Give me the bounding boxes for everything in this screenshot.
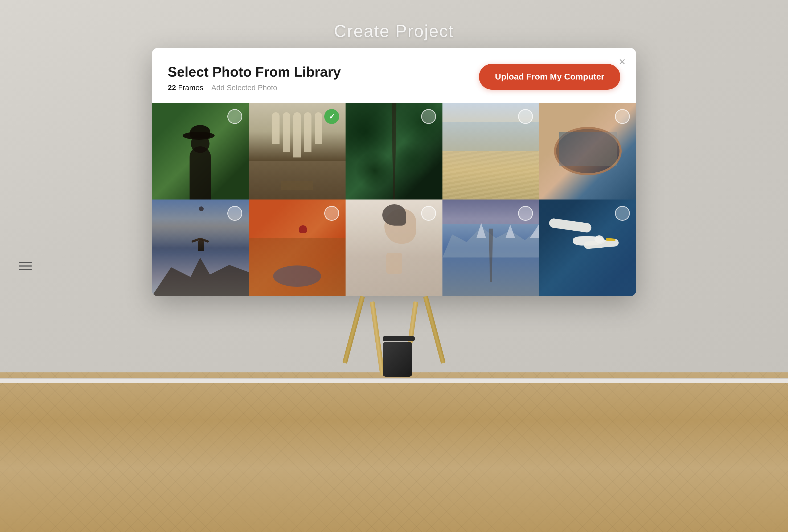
valley-road: [488, 228, 494, 282]
select-circle-7[interactable]: [324, 206, 339, 221]
face-profile: [385, 209, 416, 244]
photo-grid: [152, 103, 636, 296]
trash-can: [383, 336, 415, 376]
select-circle-1[interactable]: [228, 109, 242, 124]
add-selected-button[interactable]: Add Selected Photo: [211, 83, 277, 92]
photo-item-6[interactable]: [152, 200, 249, 296]
select-circle-6[interactable]: [228, 206, 242, 221]
floor-background: [0, 372, 788, 532]
mountain-range: [442, 219, 539, 258]
modal-header: Select Photo From Library 22 Frames Add …: [168, 64, 620, 92]
trash-body: [383, 342, 412, 377]
church-altar: [281, 181, 313, 190]
bird-body: [573, 236, 605, 246]
beach-water: [442, 122, 539, 151]
snow-caps: [442, 219, 539, 238]
figure-hat-top: [190, 125, 210, 138]
easel-container: × Select Photo From Library 22 Frames Ad…: [152, 48, 636, 376]
person-canyon: [299, 225, 307, 233]
figure-hat-brim: [183, 132, 215, 140]
photo-item-4[interactable]: [442, 103, 539, 200]
hamburger-line-3: [19, 269, 32, 270]
bird-head: [594, 236, 604, 243]
photo-item-8[interactable]: [346, 200, 442, 296]
figure-head: [191, 134, 210, 153]
modal-title-section: Select Photo From Library 22 Frames Add …: [168, 64, 341, 92]
bird-beak: [606, 238, 616, 241]
hamburger-menu[interactable]: [19, 262, 32, 270]
trash-lid: [383, 336, 415, 341]
church-window: [315, 112, 322, 144]
photo-item-10[interactable]: [539, 200, 636, 296]
church-window: [283, 112, 290, 152]
easel-legs: [152, 296, 636, 376]
select-circle-2[interactable]: [324, 109, 339, 124]
close-button[interactable]: ×: [619, 56, 626, 67]
modal-dialog: × Select Photo From Library 22 Frames Ad…: [152, 48, 636, 296]
bird-wing-left: [549, 218, 592, 233]
person-arm-right: [199, 238, 209, 243]
person-body: [198, 239, 204, 251]
church-windows-group: [272, 112, 322, 158]
modal-title: Select Photo From Library: [168, 64, 341, 80]
select-circle-9[interactable]: [518, 206, 533, 221]
photo-item-2[interactable]: [249, 103, 346, 200]
church-floor: [249, 161, 346, 200]
photo-item-9[interactable]: [442, 200, 539, 296]
easel-leg-cross-left: [342, 296, 365, 364]
mountain-silhouette: [152, 248, 249, 296]
hamburger-line-1: [19, 262, 32, 263]
bird-wing-right: [584, 239, 619, 249]
frames-count: 22 Frames: [168, 83, 203, 92]
select-circle-8[interactable]: [421, 206, 436, 221]
photo-item-1[interactable]: [152, 103, 249, 200]
photo-item-3[interactable]: [346, 103, 442, 200]
church-window: [304, 112, 312, 152]
church-window: [293, 112, 301, 158]
hair-profile: [382, 204, 406, 226]
forest-road: [390, 103, 398, 200]
photo-item-5[interactable]: [539, 103, 636, 200]
upload-from-computer-button[interactable]: Upload From My Computer: [479, 64, 620, 90]
person-arm-left: [192, 238, 201, 243]
modal-meta: 22 Frames Add Selected Photo: [168, 83, 341, 92]
neck-profile: [386, 253, 402, 274]
baseboard: [0, 378, 788, 383]
sunglasses-lens: [554, 127, 622, 175]
select-circle-3[interactable]: [421, 109, 436, 124]
sunglasses-reflection: [559, 132, 617, 165]
select-circle-10[interactable]: [615, 206, 630, 221]
page-title: Create Project: [334, 21, 454, 41]
hamburger-line-2: [19, 265, 32, 267]
canyon-river: [273, 265, 321, 287]
church-window: [272, 112, 279, 144]
figure-body: [190, 146, 211, 200]
photo-item-7[interactable]: [249, 200, 346, 296]
person-head: [199, 206, 204, 211]
canyon-base: [249, 238, 346, 296]
select-circle-4[interactable]: [518, 109, 533, 124]
easel-leg-cross-right: [423, 296, 446, 364]
beach-sand: [442, 151, 539, 200]
select-circle-5[interactable]: [615, 109, 630, 124]
